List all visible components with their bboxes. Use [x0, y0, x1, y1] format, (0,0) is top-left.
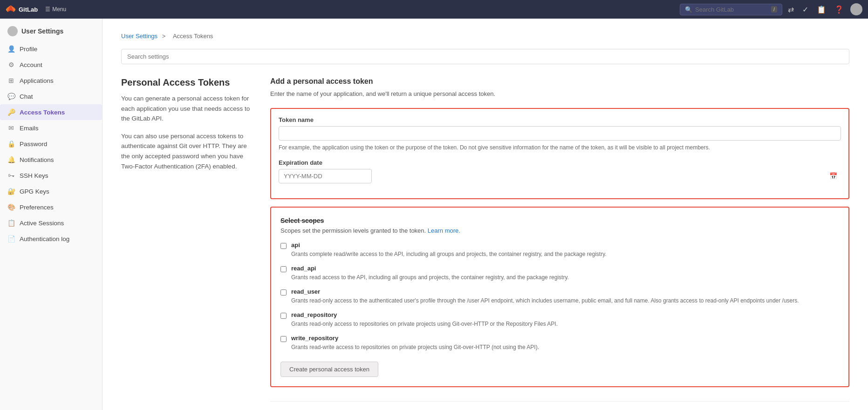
- scope-desc-read_repository: Grants read-only access to repositories …: [291, 320, 558, 328]
- sidebar-label-auth-log: Authentication log: [20, 235, 69, 242]
- page-title: Personal Access Tokens: [121, 77, 252, 88]
- sidebar-item-access-tokens[interactable]: 🔑 Access Tokens: [0, 104, 102, 120]
- scope-name-read_user: read_user: [291, 288, 799, 295]
- scope-item-read_repository: read_repository Grants read-only access …: [280, 311, 839, 328]
- description-1: You can generate a personal access token…: [121, 94, 252, 124]
- scope-checkbox-api[interactable]: [280, 243, 287, 249]
- sidebar-item-preferences[interactable]: 🎨 Preferences: [0, 199, 102, 215]
- sidebar-label-chat: Chat: [20, 93, 33, 100]
- sidebar-icon-account: ⚙: [7, 61, 15, 68]
- calendar-icon: 📅: [829, 172, 837, 180]
- learn-more-link[interactable]: Learn more.: [428, 227, 460, 234]
- scopes-title: Select scopes: [280, 217, 839, 224]
- sidebar-label-gpg-keys: GPG Keys: [20, 188, 49, 195]
- sidebar-label-access-tokens: Access Tokens: [20, 109, 65, 116]
- slash-badge: /: [771, 6, 777, 13]
- scopes-box: Select scopes Scopes set the permission …: [270, 207, 849, 387]
- sidebar-label-ssh-keys: SSH Keys: [20, 172, 48, 179]
- add-token-subtitle: Enter the name of your application, and …: [270, 89, 849, 99]
- scope-content-read_user: read_user Grants read-only access to the…: [291, 288, 799, 305]
- scope-desc-read_user: Grants read-only access to the authentic…: [291, 296, 799, 305]
- breadcrumb: User Settings > Access Tokens: [121, 33, 849, 40]
- scope-content-read_repository: read_repository Grants read-only access …: [291, 311, 558, 328]
- sidebar-icon-active-sessions: 📋: [7, 219, 15, 227]
- scope-checkbox-read_user[interactable]: [280, 289, 287, 296]
- scope-content-write_repository: write_repository Grants read-write acces…: [291, 335, 539, 351]
- sidebar-label-active-sessions: Active Sessions: [20, 220, 64, 227]
- sidebar-item-ssh-keys[interactable]: 🗝 SSH Keys: [0, 168, 102, 183]
- sidebar-icon-preferences: 🎨: [7, 203, 15, 211]
- breadcrumb-current: Access Tokens: [173, 33, 213, 40]
- top-nav: GitLab ☰ Menu 🔍 / ⇄ ✓ 📋 ❓: [0, 0, 868, 19]
- scope-desc-read_api: Grants read access to the API, including…: [291, 273, 569, 282]
- sidebar-icon-applications: ⊞: [7, 77, 15, 84]
- scope-desc-api: Grants complete read/write access to the…: [291, 250, 607, 258]
- user-avatar[interactable]: [850, 3, 862, 15]
- sidebar-item-notifications[interactable]: 🔔 Notifications: [0, 152, 102, 168]
- search-settings-input[interactable]: [121, 49, 849, 64]
- two-col-layout: Personal Access Tokens You can generate …: [121, 77, 849, 410]
- sidebar-item-auth-log[interactable]: 📄 Authentication log: [0, 231, 102, 247]
- layout: User Settings 👤 Profile ⚙ Account ⊞ Appl…: [0, 19, 868, 410]
- sidebar-label-notifications: Notifications: [20, 156, 54, 163]
- search-icon: 🔍: [685, 6, 692, 13]
- global-search[interactable]: 🔍 /: [680, 4, 782, 15]
- create-token-button[interactable]: Create personal access token: [280, 362, 378, 377]
- sidebar-item-password[interactable]: 🔒 Password: [0, 136, 102, 152]
- scope-item-write_repository: write_repository Grants read-write acces…: [280, 335, 839, 351]
- sidebar-item-profile[interactable]: 👤 Profile: [0, 41, 102, 57]
- scope-checkbox-write_repository[interactable]: [280, 336, 287, 342]
- token-form-box: Token name For example, the application …: [270, 108, 849, 199]
- sidebar-icon-password: 🔒: [7, 140, 15, 148]
- token-name-input[interactable]: [279, 126, 841, 141]
- sidebar-label-preferences: Preferences: [20, 204, 54, 211]
- logo-text: GitLab: [19, 6, 38, 13]
- sidebar-label-profile: Profile: [20, 46, 37, 53]
- right-column: Add a personal access token Enter the na…: [270, 77, 849, 410]
- sidebar-label-applications: Applications: [20, 77, 54, 84]
- add-token-title: Add a personal access token: [270, 77, 849, 86]
- sidebar-icon-ssh-keys: 🗝: [7, 172, 15, 179]
- sidebar-item-applications[interactable]: ⊞ Applications: [0, 73, 102, 88]
- sidebar-icon-gpg-keys: 🔐: [7, 188, 15, 195]
- scope-name-read_repository: read_repository: [291, 311, 558, 318]
- sidebar-user-icon: [7, 26, 18, 36]
- sidebar-icon-access-tokens: 🔑: [7, 108, 15, 116]
- sidebar-item-emails[interactable]: ✉ Emails: [0, 120, 102, 136]
- sidebar-nav: 👤 Profile ⚙ Account ⊞ Applications 💬 Cha…: [0, 41, 102, 247]
- menu-button[interactable]: ☰ Menu: [41, 4, 70, 14]
- token-name-label: Token name: [279, 116, 841, 123]
- token-hint: For example, the application using the t…: [279, 143, 841, 152]
- breadcrumb-separator: >: [162, 33, 166, 40]
- nav-issues-icon[interactable]: ✓: [800, 3, 810, 16]
- scope-name-write_repository: write_repository: [291, 335, 539, 342]
- nav-merge-requests-icon[interactable]: ⇄: [786, 3, 796, 16]
- scope-desc-write_repository: Grants read-write access to repositories…: [291, 343, 539, 351]
- nav-help-icon[interactable]: ❓: [833, 3, 846, 16]
- sidebar-label-emails: Emails: [20, 125, 39, 132]
- sidebar-item-account[interactable]: ⚙ Account: [0, 57, 102, 73]
- logo[interactable]: GitLab: [6, 4, 38, 14]
- sidebar-icon-auth-log: 📄: [7, 235, 15, 242]
- sidebar-icon-chat: 💬: [7, 93, 15, 100]
- scope-item-api: api Grants complete read/write access to…: [280, 242, 839, 258]
- main-content: User Settings > Access Tokens Personal A…: [103, 19, 868, 410]
- search-input[interactable]: [695, 6, 768, 13]
- sidebar-item-active-sessions[interactable]: 📋 Active Sessions: [0, 215, 102, 231]
- sidebar-label-password: Password: [20, 141, 47, 148]
- expiration-input[interactable]: [279, 169, 372, 183]
- sidebar-item-gpg-keys[interactable]: 🔐 GPG Keys: [0, 183, 102, 199]
- scope-content-read_api: read_api Grants read access to the API, …: [291, 265, 569, 282]
- scopes-items: api Grants complete read/write access to…: [280, 242, 839, 351]
- breadcrumb-parent-link[interactable]: User Settings: [121, 33, 157, 40]
- scope-name-api: api: [291, 242, 607, 249]
- sidebar-icon-emails: ✉: [7, 124, 15, 132]
- scope-checkbox-read_repository[interactable]: [280, 313, 287, 319]
- sidebar-icon-notifications: 🔔: [7, 156, 15, 163]
- nav-todo-icon[interactable]: 📋: [815, 3, 828, 16]
- hamburger-icon: ☰: [45, 6, 50, 13]
- scope-checkbox-read_api[interactable]: [280, 266, 287, 272]
- sidebar-icon-profile: 👤: [7, 45, 15, 53]
- sidebar-title: User Settings: [0, 19, 102, 41]
- sidebar-item-chat[interactable]: 💬 Chat: [0, 88, 102, 104]
